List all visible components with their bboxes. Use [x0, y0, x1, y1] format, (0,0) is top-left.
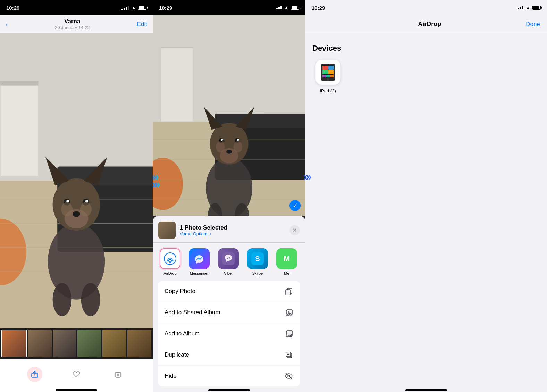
hide-label: Hide — [165, 373, 177, 380]
status-time-p2: 10:29 — [159, 5, 172, 11]
signal-icon-p3 — [518, 6, 523, 9]
battery-icon-p2 — [291, 6, 299, 10]
viber-label: Viber — [224, 271, 233, 275]
home-bar-p2 — [208, 389, 250, 391]
wifi-icon-p3: ▲ — [525, 5, 530, 10]
share-button-p1[interactable] — [27, 367, 42, 382]
more-icon: M — [276, 248, 297, 269]
app-airdrop[interactable]: AirDrop — [158, 248, 182, 275]
delete-button-p1[interactable] — [110, 367, 126, 382]
add-to-album-action[interactable]: Add to Album — [158, 323, 300, 344]
home-bar-p1 — [56, 389, 97, 391]
svg-point-50 — [216, 141, 225, 152]
options-link[interactable]: Options — [193, 231, 209, 236]
close-button-share[interactable]: ✕ — [289, 225, 300, 235]
photo-toolbar-p1 — [0, 359, 153, 389]
thumb-6[interactable] — [127, 330, 151, 357]
back-button-p1[interactable]: ‹ — [6, 21, 8, 28]
share-sheet-header: 1 Photo Selected Varna Options › ✕ — [153, 216, 305, 243]
svg-rect-72 — [322, 66, 328, 70]
thumb-5[interactable] — [102, 330, 126, 357]
copy-photo-label: Copy Photo — [165, 288, 195, 295]
duplicate-label: Duplicate — [165, 351, 189, 358]
nav-title-p1: Varna 20 January 14:22 — [55, 18, 90, 30]
add-to-album-icon — [284, 329, 294, 339]
share-location: Varna Options › — [180, 231, 285, 236]
add-shared-album-action[interactable]: Add to Shared Album — [158, 302, 300, 323]
svg-point-53 — [169, 261, 171, 263]
status-icons-p1: ▲ — [121, 5, 146, 10]
album-title: Varna — [55, 18, 90, 25]
add-shared-album-icon — [284, 308, 294, 317]
status-icons-p3: ▲ — [518, 5, 541, 10]
airdrop-label: AirDrop — [163, 271, 176, 275]
skype-icon: S — [247, 248, 268, 269]
status-bar-p3: 10:29 ▲ — [305, 0, 547, 15]
svg-point-51 — [234, 141, 242, 152]
svg-rect-74 — [322, 70, 328, 74]
share-title: 1 Photo Selected — [180, 224, 285, 231]
thumbnail-strip-p1 — [0, 328, 153, 359]
signal-icon-p2 — [276, 6, 282, 9]
svg-rect-30 — [161, 47, 193, 122]
thumb-1[interactable] — [1, 330, 27, 357]
thumb-4[interactable] — [77, 330, 101, 357]
done-button-p3[interactable]: Done — [526, 21, 540, 28]
options-chevron: › — [210, 231, 211, 236]
apps-row: AirDrop — [153, 243, 305, 278]
share-thumbnail — [158, 222, 176, 239]
home-indicator-p2 — [153, 389, 305, 392]
device-ipad[interactable]: iPad (2) — [312, 60, 344, 93]
share-sheet-panel: 10:29 ▲ — [153, 0, 305, 392]
messenger-icon — [189, 248, 210, 269]
svg-point-79 — [327, 79, 329, 81]
copy-photo-action[interactable]: Copy Photo — [158, 281, 300, 302]
svg-point-24 — [80, 202, 92, 216]
favorite-button-p1[interactable] — [69, 367, 84, 382]
nav-bar-p1: ‹ Varna 20 January 14:22 Edit — [0, 15, 153, 33]
add-to-album-label: Add to Album — [165, 330, 200, 337]
arrows-left-p2: › › › — [153, 170, 158, 183]
svg-rect-3 — [0, 81, 39, 86]
hide-action[interactable]: Hide — [158, 366, 300, 386]
app-more[interactable]: M Me — [275, 248, 298, 275]
thumb-2[interactable] — [28, 330, 52, 357]
devices-heading: Devices — [312, 44, 540, 53]
airdrop-icon — [160, 248, 180, 269]
svg-rect-75 — [328, 70, 334, 74]
status-time-p1: 10:29 — [6, 5, 19, 11]
svg-rect-77 — [326, 75, 330, 77]
add-shared-album-label: Add to Shared Album — [165, 309, 220, 316]
svg-text:S: S — [255, 255, 260, 262]
svg-rect-2 — [0, 81, 39, 176]
svg-point-49 — [226, 150, 232, 154]
app-messenger[interactable]: Messenger — [187, 248, 211, 275]
edit-button-p1[interactable]: Edit — [137, 21, 147, 28]
background-photo-p2: ✓ — [153, 15, 305, 216]
devices-section: Devices — [312, 44, 540, 93]
battery-icon-p3 — [532, 6, 541, 10]
skype-label: Skype — [252, 271, 263, 275]
wifi-icon-p2: ▲ — [284, 5, 289, 10]
viber-icon — [218, 248, 239, 269]
share-sheet: 1 Photo Selected Varna Options › ✕ — [153, 216, 305, 392]
messenger-label: Messenger — [190, 271, 209, 275]
app-viber[interactable]: Viber — [217, 248, 240, 275]
app-skype[interactable]: S Skype — [246, 248, 269, 275]
ipad-icon — [315, 60, 340, 85]
photo-viewer-panel: 10:29 ▲ ‹ Varna 20 January 14:22 Edit — [0, 0, 153, 392]
arrows-left-p3: › › › — [303, 170, 310, 183]
nav-bar-p3: AirDrop Done — [305, 15, 547, 33]
share-info: 1 Photo Selected Varna Options › — [180, 224, 285, 236]
svg-rect-59 — [286, 290, 290, 295]
svg-point-22 — [73, 211, 80, 217]
thumb-3[interactable] — [53, 330, 77, 357]
device-name: iPad (2) — [320, 88, 336, 93]
airdrop-title: AirDrop — [418, 20, 441, 28]
status-time-p3: 10:29 — [312, 5, 325, 11]
battery-icon-p1 — [138, 6, 146, 10]
duplicate-action[interactable]: Duplicate — [158, 344, 300, 366]
photo-date: 20 January 14:22 — [55, 25, 90, 30]
svg-point-13 — [81, 283, 100, 316]
home-bar-p3 — [405, 389, 447, 391]
